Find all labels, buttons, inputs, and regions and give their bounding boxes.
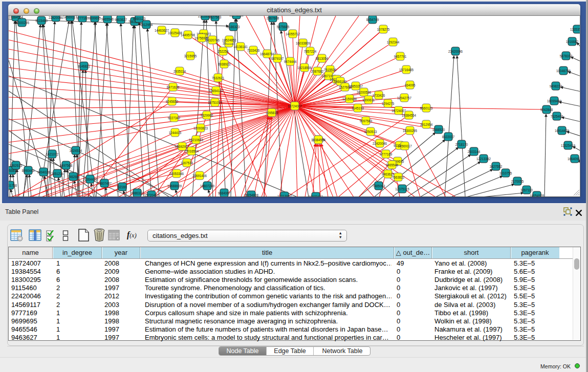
svg-text:2718170: 2718170 xyxy=(455,143,468,146)
svg-text:1588520: 1588520 xyxy=(432,128,445,132)
svg-text:10807487: 10807487 xyxy=(97,182,112,185)
svg-text:3215955: 3215955 xyxy=(184,54,197,58)
svg-text:5878312: 5878312 xyxy=(560,54,573,58)
svg-text:16640910: 16640910 xyxy=(568,157,580,161)
svg-text:16648784: 16648784 xyxy=(260,52,275,56)
svg-text:14463627: 14463627 xyxy=(155,29,169,32)
svg-text:8322037: 8322037 xyxy=(442,135,455,139)
svg-text:9097583: 9097583 xyxy=(360,119,373,123)
svg-text:16033809: 16033809 xyxy=(296,41,311,45)
svg-text:2603144: 2603144 xyxy=(468,150,481,154)
svg-text:9777169: 9777169 xyxy=(380,152,393,156)
svg-text:12213382: 12213382 xyxy=(476,157,491,161)
svg-text:10046786: 10046786 xyxy=(556,69,571,73)
svg-text:18300295: 18300295 xyxy=(15,21,30,25)
svg-text:18724007: 18724007 xyxy=(391,109,406,113)
svg-text:9327503: 9327503 xyxy=(209,16,222,19)
svg-text:12942757: 12942757 xyxy=(397,96,412,100)
svg-text:3912954: 3912954 xyxy=(140,23,153,27)
svg-text:20691406: 20691406 xyxy=(192,174,207,178)
svg-text:7333426: 7333426 xyxy=(247,49,260,52)
svg-text:2867608: 2867608 xyxy=(267,16,279,20)
svg-text:15716485: 15716485 xyxy=(399,68,414,72)
svg-text:1078275: 1078275 xyxy=(377,28,390,31)
svg-text:1167534: 1167534 xyxy=(181,161,193,165)
svg-text:17016504: 17016504 xyxy=(184,149,199,153)
svg-text:13325419: 13325419 xyxy=(561,144,576,147)
svg-text:14569117: 14569117 xyxy=(63,16,77,19)
svg-text:19384554: 19384554 xyxy=(402,114,417,117)
svg-text:14320746: 14320746 xyxy=(205,38,220,42)
svg-text:1244415: 1244415 xyxy=(169,131,182,135)
svg-text:7485063: 7485063 xyxy=(373,184,385,188)
svg-text:8454749: 8454749 xyxy=(366,18,379,21)
svg-text:7663822: 7663822 xyxy=(392,176,405,179)
svg-text:9777169: 9777169 xyxy=(76,16,89,20)
svg-text:3024514: 3024514 xyxy=(70,149,82,152)
svg-text:7515536: 7515536 xyxy=(324,68,337,72)
svg-text:8660123: 8660123 xyxy=(133,17,146,20)
svg-text:8186323: 8186323 xyxy=(227,25,240,29)
svg-text:20364436: 20364436 xyxy=(83,178,98,181)
svg-text:3267110: 3267110 xyxy=(520,188,533,192)
svg-text:9245652: 9245652 xyxy=(166,100,179,103)
svg-text:9457791: 9457791 xyxy=(394,55,407,58)
svg-text:14055712: 14055712 xyxy=(286,32,300,36)
svg-text:1095815: 1095815 xyxy=(266,111,278,115)
svg-text:16961758: 16961758 xyxy=(9,184,17,187)
svg-text:6497568: 6497568 xyxy=(60,164,73,167)
svg-text:1733426: 1733426 xyxy=(373,94,385,97)
svg-text:9498222: 9498222 xyxy=(550,84,562,88)
svg-text:9227342: 9227342 xyxy=(168,116,181,120)
svg-text:1362615: 1362615 xyxy=(10,164,23,167)
svg-text:5875685: 5875685 xyxy=(277,25,290,29)
svg-text:16853267: 16853267 xyxy=(349,84,363,88)
svg-text:9146821: 9146821 xyxy=(78,64,91,68)
svg-text:6879197: 6879197 xyxy=(271,57,284,60)
svg-text:14495798: 14495798 xyxy=(181,33,195,37)
svg-text:2170055: 2170055 xyxy=(511,180,524,183)
svg-text:16210643: 16210643 xyxy=(189,138,204,142)
svg-text:18724007: 18724007 xyxy=(288,104,302,108)
svg-text:15720407: 15720407 xyxy=(144,193,159,197)
svg-text:9115460: 9115460 xyxy=(35,19,48,23)
svg-text:15751074: 15751074 xyxy=(208,101,223,104)
svg-text:252254: 252254 xyxy=(217,50,229,53)
svg-text:18807249: 18807249 xyxy=(200,184,215,188)
svg-text:1292344: 1292344 xyxy=(387,40,400,44)
svg-text:2087682: 2087682 xyxy=(311,70,324,73)
svg-text:1145193: 1145193 xyxy=(352,106,364,110)
svg-text:12213967: 12213967 xyxy=(277,194,292,198)
svg-text:7986322: 7986322 xyxy=(131,191,144,195)
svg-text:16154808: 16154808 xyxy=(244,193,259,197)
svg-text:12159938: 12159938 xyxy=(342,97,357,101)
svg-text:22420046: 22420046 xyxy=(49,16,63,19)
svg-text:8660123: 8660123 xyxy=(420,106,433,110)
svg-text:9684067: 9684067 xyxy=(218,191,231,195)
svg-text:1250513: 1250513 xyxy=(364,130,377,134)
svg-text:9494028: 9494028 xyxy=(37,170,50,174)
svg-text:9699695: 9699695 xyxy=(89,16,101,20)
svg-text:7625402: 7625402 xyxy=(551,115,563,118)
svg-text:10654122: 10654122 xyxy=(209,89,224,93)
svg-text:18099489: 18099489 xyxy=(547,99,562,103)
svg-text:19524851: 19524851 xyxy=(222,38,237,42)
svg-text:15692971: 15692971 xyxy=(175,145,190,148)
svg-text:10973493: 10973493 xyxy=(309,195,323,198)
svg-text:18300295: 18300295 xyxy=(403,129,418,133)
svg-text:1390611: 1390611 xyxy=(362,98,375,102)
svg-text:7632621: 7632621 xyxy=(212,76,225,80)
svg-text:14569117: 14569117 xyxy=(398,144,412,148)
svg-text:1294275: 1294275 xyxy=(382,102,395,105)
svg-text:3912954: 3912954 xyxy=(420,123,433,126)
svg-text:10688609: 10688609 xyxy=(167,184,182,188)
svg-text:1421072: 1421072 xyxy=(46,152,59,156)
svg-text:2935114: 2935114 xyxy=(173,70,186,73)
svg-text:20053346: 20053346 xyxy=(169,172,184,176)
svg-text:23420046: 23420046 xyxy=(448,50,463,53)
svg-text:10054928: 10054928 xyxy=(530,194,545,198)
svg-text:16543382: 16543382 xyxy=(229,16,244,17)
svg-text:13353594: 13353594 xyxy=(570,28,580,31)
svg-text:8813054: 8813054 xyxy=(316,57,329,60)
svg-text:22420046: 22420046 xyxy=(373,142,387,145)
